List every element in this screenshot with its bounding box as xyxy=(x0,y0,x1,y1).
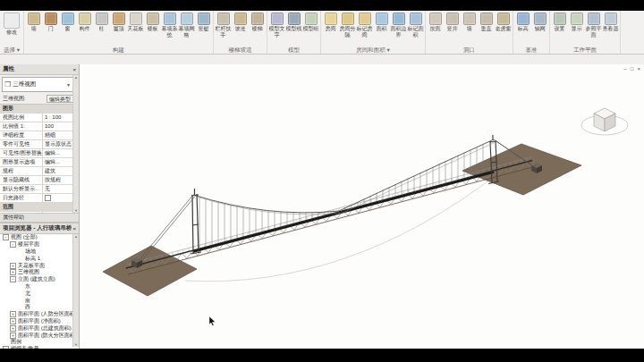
suspender-cables[interactable] xyxy=(199,144,483,248)
properties-scrollbar[interactable]: ▲▼ xyxy=(72,75,79,213)
property-value[interactable] xyxy=(42,194,73,202)
ribbon-group-label[interactable]: 构建 xyxy=(25,46,212,54)
tool-tag-area[interactable]: 标记面积 xyxy=(407,12,424,38)
tool-ref-plane[interactable]: 参照平面 xyxy=(585,12,602,38)
tool-shaft[interactable]: 竖井 xyxy=(444,12,461,32)
tree-expander-icon[interactable]: − xyxy=(3,234,9,240)
property-value[interactable]: 1 : 100 xyxy=(42,114,73,122)
curtain-grid-icon xyxy=(181,13,193,25)
tool-room-separator[interactable]: 房间分隔 xyxy=(339,12,356,38)
property-value[interactable]: 100 xyxy=(42,122,73,130)
tree-item[interactable]: +明细表/数量 xyxy=(0,346,79,349)
scroll-up-icon[interactable]: ▲ xyxy=(74,234,78,239)
tool-ceiling[interactable]: 天花板 xyxy=(127,12,144,32)
tool-dormer[interactable]: 老虎窗 xyxy=(495,12,512,32)
tree-expander-icon[interactable]: + xyxy=(10,269,16,275)
tree-item[interactable]: −楼层平面 xyxy=(0,241,79,248)
tool-window[interactable]: 窗 xyxy=(59,12,76,32)
modify-cursor-icon xyxy=(4,13,20,29)
ribbon-group-label[interactable]: 房间和面积 ▾ xyxy=(322,46,424,54)
tool-stair[interactable]: 楼梯 xyxy=(249,12,266,32)
tree-expander-icon[interactable]: − xyxy=(10,241,16,248)
tool-show-workplane[interactable]: 显示 xyxy=(568,12,585,32)
tool-curtain-grid[interactable]: 幕墙网格 xyxy=(178,12,195,38)
property-row: 视图比例1 : 100 xyxy=(0,114,73,122)
property-value[interactable]: 编辑... xyxy=(42,158,73,166)
tool-set-workplane[interactable]: 设置 xyxy=(551,12,568,32)
deck-bottom-chord[interactable] xyxy=(128,167,534,275)
property-value[interactable]: 编辑... xyxy=(42,149,73,157)
main-cable-near[interactable] xyxy=(193,139,494,213)
tool-tag-room[interactable]: 标记房间 xyxy=(356,12,373,38)
deck-mid-band[interactable] xyxy=(193,172,494,251)
tool-floor[interactable]: 楼板 xyxy=(144,12,161,32)
tool-model-text[interactable]: 模型文字 xyxy=(268,12,285,38)
tree-item[interactable]: 东 xyxy=(0,283,79,290)
tool-area-boundary[interactable]: 面积边界 xyxy=(390,12,407,38)
tree-expander-icon[interactable]: + xyxy=(10,311,16,317)
property-value[interactable]: 精细 xyxy=(42,131,73,139)
close-icon[interactable]: × xyxy=(72,67,76,72)
ribbon-group-label[interactable]: 基准 xyxy=(514,46,548,54)
property-value[interactable]: 建筑 xyxy=(42,167,73,175)
tool-room[interactable]: 房间 xyxy=(322,12,339,32)
deck-top-chord[interactable] xyxy=(126,161,532,269)
tree-expander-icon[interactable]: + xyxy=(10,325,16,332)
ribbon-group-label[interactable]: 洞口 xyxy=(427,46,512,54)
tool-roof[interactable]: 屋顶 xyxy=(110,12,127,32)
tree-expander-icon[interactable]: − xyxy=(10,276,16,282)
view-cube[interactable] xyxy=(578,89,631,143)
scroll-up-icon[interactable]: ▲ xyxy=(74,75,78,80)
tree-expander-icon[interactable]: + xyxy=(3,346,9,349)
tool-area[interactable]: 面积 xyxy=(373,12,390,32)
ribbon-group-label[interactable]: 工作平面 xyxy=(551,46,619,54)
view-restore-icon[interactable]: □ xyxy=(631,66,634,72)
tree-item[interactable]: 南 xyxy=(0,297,79,304)
type-selector[interactable]: ❒ 三维视图 ▼ xyxy=(2,77,73,92)
tool-level[interactable]: 标高 xyxy=(514,12,531,32)
tool-wall[interactable]: 墙 xyxy=(25,12,42,32)
ribbon-group-label[interactable]: 模型 xyxy=(268,46,319,54)
property-section-header[interactable]: 范围 xyxy=(0,203,73,212)
tree-expander-icon[interactable]: + xyxy=(10,318,16,324)
tool-model-group[interactable]: 模型组 xyxy=(302,12,319,32)
tool-opening-by-face[interactable]: 按面 xyxy=(427,12,444,32)
main-cable-far[interactable] xyxy=(197,141,497,215)
tool-modify-cursor[interactable]: 修改 xyxy=(1,12,22,36)
property-section-header[interactable]: 图形 xyxy=(0,105,73,114)
property-value[interactable]: 按规程 xyxy=(42,176,73,184)
checkbox-icon[interactable] xyxy=(45,195,51,201)
view-minimize-icon[interactable]: − xyxy=(623,66,627,72)
tool-door[interactable]: 门 xyxy=(42,12,59,32)
ribbon-group-label[interactable]: 楼梯坡道 xyxy=(215,46,266,54)
tool-railing[interactable]: 栏杆扶手 xyxy=(215,12,232,38)
tree-item[interactable]: −视图 (全部) xyxy=(0,234,79,241)
3d-viewport[interactable]: − □ × xyxy=(80,64,644,349)
tree-item[interactable]: +天花板平面 xyxy=(0,262,79,269)
bridge-model-canvas[interactable] xyxy=(80,64,644,349)
tool-grid[interactable]: 轴网 xyxy=(531,12,548,32)
close-icon[interactable]: × xyxy=(72,226,76,232)
property-value[interactable]: 显示原状态 xyxy=(42,140,73,148)
ribbon-group-label[interactable]: 选择 ▾ xyxy=(1,46,22,54)
tool-wall-opening[interactable]: 墙 xyxy=(461,12,478,32)
scroll-down-icon[interactable]: ▼ xyxy=(74,208,78,213)
browser-scrollbar[interactable]: ▲▼ xyxy=(72,234,79,347)
edit-type-button[interactable]: 编辑类型 xyxy=(47,95,73,103)
tool-column[interactable]: 柱 xyxy=(93,12,110,32)
properties-help-bar[interactable]: 属性帮助 xyxy=(0,213,79,222)
tool-vertical-opening[interactable]: 垂直 xyxy=(478,12,495,32)
chevron-down-icon[interactable]: ▼ xyxy=(66,82,71,88)
tree-item[interactable]: −立面 (建筑立面) xyxy=(0,276,79,283)
tool-component[interactable]: 构件 xyxy=(76,12,93,32)
scroll-down-icon[interactable]: ▼ xyxy=(74,342,78,347)
tree-expander-icon[interactable]: + xyxy=(10,263,16,269)
view-close-icon[interactable]: × xyxy=(637,66,640,72)
tool-ramp[interactable]: 坡道 xyxy=(232,12,249,32)
tool-curtain-system[interactable]: 幕墙系统 xyxy=(161,12,178,38)
tool-mullion[interactable]: 竖梃 xyxy=(195,12,212,32)
tool-viewer[interactable]: 查看器 xyxy=(602,12,619,32)
tree-item[interactable]: 北 xyxy=(0,290,79,297)
tool-model-line[interactable]: 模型线 xyxy=(285,12,302,32)
property-value[interactable]: 无 xyxy=(42,185,73,193)
